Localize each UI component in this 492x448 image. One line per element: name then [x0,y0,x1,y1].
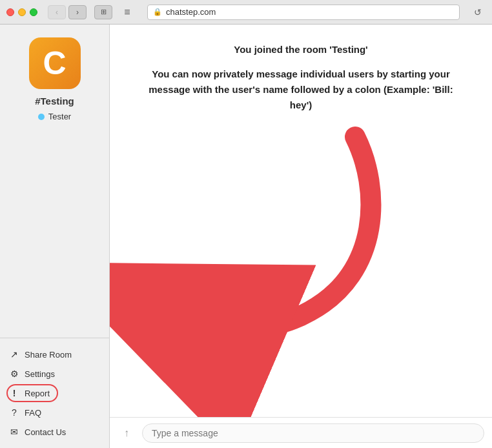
address-text: chatstep.com [166,7,216,17]
sidebar-item-contact-us[interactable]: ✉ Contact Us [0,422,109,442]
faq-icon: ? [9,407,19,418]
maximize-button[interactable] [30,8,37,16]
minimize-button[interactable] [18,8,26,16]
chat-area: You joined the room 'Testing' You can no… [110,25,492,448]
sidebar-top: C #Testing Tester [0,25,109,131]
sidebar-item-faq[interactable]: ? FAQ [0,403,109,422]
back-button[interactable]: ‹ [48,5,66,19]
traffic-lights [6,8,37,16]
message-input[interactable] [142,423,484,443]
forward-button[interactable]: › [68,5,87,19]
contact-us-icon: ✉ [9,427,19,437]
refresh-button[interactable]: ↺ [470,5,486,20]
titlebar: ‹ › ⊞ ≡ 🔒 chatstep.com ↺ [0,0,492,25]
room-name: #Testing [35,96,74,107]
sidebar-item-settings[interactable]: ⚙ Settings [0,364,109,383]
sidebar-item-share-room[interactable]: ↗ Share Room [0,345,109,364]
sidebar-spacer [0,131,109,338]
app-icon: C [29,37,81,89]
send-button[interactable]: ↑ [118,424,136,442]
share-room-label: Share Room [25,350,72,360]
user-status-dot [38,114,45,120]
settings-icon: ⚙ [9,369,19,379]
chat-input-bar: ↑ [110,417,492,448]
lock-icon: 🔒 [153,8,162,16]
close-button[interactable] [6,8,14,16]
sidebar: C #Testing Tester ↗ Share Room ⚙ Setting… [0,25,110,448]
sidebar-item-report[interactable]: ! Report [0,383,109,403]
main-layout: C #Testing Tester ↗ Share Room ⚙ Setting… [0,25,492,448]
app-icon-letter: C [43,47,66,79]
instruction-message: You can now privately message individual… [146,66,456,113]
menu-button[interactable]: ≡ [118,6,137,18]
faq-label: FAQ [25,408,41,418]
chat-messages: You joined the room 'Testing' You can no… [110,25,492,417]
address-bar[interactable]: 🔒 chatstep.com [147,5,460,20]
view-button[interactable]: ⊞ [94,5,112,19]
join-message: You joined the room 'Testing' [234,44,367,55]
username-label: Tester [48,112,71,121]
share-room-icon: ↗ [9,349,19,360]
contact-us-label: Contact Us [25,427,66,437]
nav-buttons: ‹ › [48,5,87,19]
user-item: Tester [38,112,71,121]
sidebar-nav: ↗ Share Room ⚙ Settings ! Report ? FAQ ✉… [0,338,109,448]
report-label: Report [25,389,50,398]
settings-label: Settings [25,369,55,379]
report-icon: ! [9,388,19,398]
